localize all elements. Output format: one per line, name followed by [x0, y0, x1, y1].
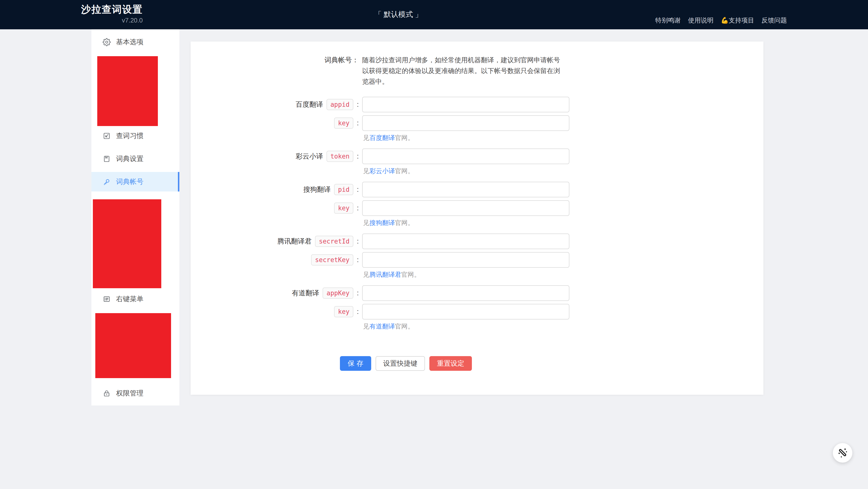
reset-settings-button[interactable]: 重置设定	[429, 356, 472, 371]
nav-link-instructions[interactable]: 使用说明	[688, 15, 714, 26]
form-row-youdao-key: key :	[191, 304, 764, 320]
select-cursor-icon	[103, 132, 111, 140]
colon: :	[357, 204, 359, 212]
colon: :	[357, 153, 359, 160]
ad-placeholder	[97, 56, 158, 126]
note-suffix: 官网。	[395, 134, 414, 141]
caiyun-token-input[interactable]	[362, 149, 569, 164]
code-badge: secretId	[315, 236, 353, 247]
field-note: 见百度翻译官网。	[363, 134, 764, 142]
baidu-appid-input[interactable]	[362, 97, 569, 112]
form-row-tencent-secretid: 腾讯翻译君 secretId :	[191, 233, 764, 249]
set-shortcut-button[interactable]: 设置快捷键	[376, 356, 425, 371]
form-actions: 保 存 设置快捷键 重置设定	[340, 356, 764, 371]
caiyun-site-link[interactable]: 彩云小译	[370, 167, 395, 175]
colon: :	[357, 308, 359, 316]
field-note: 见彩云小译官网。	[363, 167, 764, 175]
youdao-appkey-input[interactable]	[362, 285, 569, 301]
sidebar-item-basic-options[interactable]: 基本选项	[91, 32, 179, 52]
note-suffix: 官网。	[395, 323, 414, 330]
top-header: 沙拉查词设置 v7.20.0 「 默认模式 」 特别鸣谢 使用说明 💪支持项目 …	[0, 0, 868, 29]
save-button[interactable]: 保 存	[340, 356, 371, 371]
tencent-secretkey-input[interactable]	[362, 252, 569, 268]
baidu-site-link[interactable]: 百度翻译	[370, 134, 395, 141]
colon: :	[357, 256, 359, 264]
nav-link-feedback[interactable]: 反馈问题	[762, 15, 787, 26]
sidebar: 基本选项 查词习惯 词典设置 词典帐号 右键菜单	[91, 29, 179, 405]
colon: :	[357, 289, 359, 297]
field-note: 见腾讯翻译君官网。	[363, 271, 764, 279]
code-badge: key	[334, 306, 353, 317]
ad-placeholder	[93, 199, 161, 288]
field-label: 腾讯翻译君	[277, 236, 312, 247]
note-prefix: 见	[363, 219, 370, 226]
lock-icon	[103, 389, 111, 397]
form-row-tencent-secretkey: secretKey :	[191, 252, 764, 268]
code-badge: key	[334, 202, 353, 214]
form-row-baidu-key: key :	[191, 115, 764, 131]
sidebar-item-label: 查词习惯	[116, 131, 144, 140]
colon: :	[357, 237, 359, 245]
code-badge: appKey	[322, 288, 353, 299]
youdao-site-link[interactable]: 有道翻译	[370, 323, 395, 330]
app-title: 沙拉查词设置	[81, 3, 143, 15]
code-badge: pid	[334, 184, 353, 195]
app-brand: 沙拉查词设置 v7.20.0	[81, 3, 143, 25]
note-suffix: 官网。	[395, 219, 414, 226]
code-badge: appid	[327, 99, 353, 110]
field-label: 百度翻译	[296, 99, 323, 110]
field-note: 见有道翻译官网。	[363, 322, 764, 330]
form-row-caiyun-token: 彩云小译 token :	[191, 149, 764, 164]
form-row-sogou-key: key :	[191, 200, 764, 216]
sidebar-item-context-menu[interactable]: 右键菜单	[91, 289, 179, 309]
magic-wand-fab[interactable]	[833, 443, 852, 463]
field-label: 彩云小译	[296, 151, 323, 162]
code-badge: token	[327, 151, 353, 162]
magic-wand-icon	[837, 447, 848, 458]
sidebar-item-dict-settings[interactable]: 词典设置	[91, 149, 179, 168]
sidebar-item-label: 基本选项	[116, 37, 144, 47]
ad-placeholder	[95, 313, 171, 378]
note-prefix: 见	[363, 134, 370, 141]
sidebar-item-permissions[interactable]: 权限管理	[91, 384, 179, 403]
selected-indicator-bar	[178, 172, 179, 192]
code-badge: key	[334, 118, 353, 129]
tencent-site-link[interactable]: 腾讯翻译君	[370, 271, 401, 278]
context-menu-icon	[103, 295, 111, 303]
colon: :	[357, 186, 359, 193]
colon: :	[357, 101, 359, 108]
colon: :	[357, 119, 359, 127]
key-icon	[103, 178, 111, 186]
sidebar-item-label: 词典帐号	[116, 177, 144, 186]
sogou-pid-input[interactable]	[362, 182, 569, 197]
field-note: 见搜狗翻译官网。	[363, 219, 764, 227]
book-icon	[103, 155, 111, 163]
field-label: 搜狗翻译	[303, 184, 331, 195]
form-row-sogou-pid: 搜狗翻译 pid :	[191, 182, 764, 197]
note-suffix: 官网。	[395, 167, 414, 175]
gear-icon	[103, 38, 111, 46]
baidu-key-input[interactable]	[362, 115, 569, 131]
sidebar-item-label: 右键菜单	[116, 294, 144, 304]
youdao-key-input[interactable]	[362, 304, 569, 320]
sidebar-item-label: 词典设置	[116, 154, 144, 163]
settings-card: 词典帐号： 随着沙拉查词用户增多，如经常使用机器翻译，建议到官网申请帐号以获得更…	[191, 41, 764, 395]
note-prefix: 见	[363, 167, 370, 175]
sidebar-item-dict-accounts[interactable]: 词典帐号	[91, 172, 179, 192]
tencent-secretid-input[interactable]	[362, 233, 569, 249]
sidebar-item-search-habits[interactable]: 查词习惯	[91, 126, 179, 145]
sogou-site-link[interactable]: 搜狗翻译	[370, 219, 395, 226]
profile-mode-label[interactable]: 「 默认模式 」	[374, 9, 423, 20]
form-row-baidu-appid: 百度翻译 appid :	[191, 97, 764, 112]
form-row-youdao-appkey: 有道翻译 appKey :	[191, 285, 764, 301]
header-nav: 特别鸣谢 使用说明 💪支持项目 反馈问题	[655, 15, 787, 26]
app-version: v7.20.0	[122, 15, 143, 25]
note-prefix: 见	[363, 271, 370, 278]
sogou-key-input[interactable]	[362, 200, 569, 216]
section-label: 词典帐号：	[324, 55, 359, 65]
note-suffix: 官网。	[401, 271, 420, 278]
section-description: 随着沙拉查词用户增多，如经常使用机器翻译，建议到官网申请帐号以获得更稳定的体验以…	[362, 55, 565, 87]
field-label: 有道翻译	[292, 288, 319, 298]
nav-link-credits[interactable]: 特别鸣谢	[655, 15, 681, 26]
nav-link-support[interactable]: 💪支持项目	[721, 15, 754, 26]
